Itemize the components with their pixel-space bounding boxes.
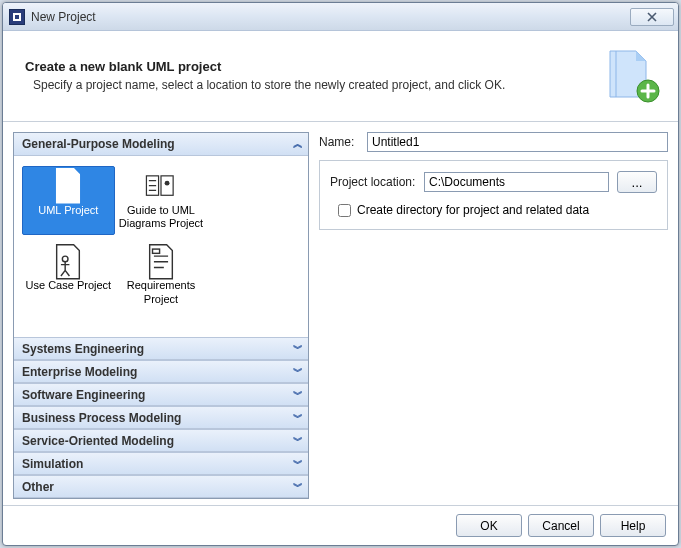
- category-panel: General-Purpose Modeling ︽ UML Project G…: [13, 132, 309, 499]
- project-type-use-case-project[interactable]: Use Case Project: [22, 241, 115, 310]
- chevron-down-icon: ︾: [293, 457, 300, 471]
- category-label: Systems Engineering: [22, 342, 293, 356]
- category-other[interactable]: Other ︾: [14, 475, 308, 498]
- name-input[interactable]: [367, 132, 668, 152]
- dialog-header: Create a new blank UML project Specify a…: [3, 31, 678, 115]
- chevron-down-icon: ︾: [293, 480, 300, 494]
- project-type-label: UML Project: [38, 204, 98, 217]
- cancel-button[interactable]: Cancel: [528, 514, 594, 537]
- category-label: Other: [22, 480, 293, 494]
- category-systems-engineering[interactable]: Systems Engineering ︾: [14, 337, 308, 360]
- project-type-label: Guide to UML Diagrams Project: [118, 204, 205, 230]
- form-panel: Name: Project location: ... Create direc…: [319, 132, 668, 499]
- category-service-oriented-modeling[interactable]: Service-Oriented Modeling ︾: [14, 429, 308, 452]
- dialog-body: General-Purpose Modeling ︽ UML Project G…: [3, 122, 678, 505]
- header-title: Create a new blank UML project: [25, 59, 584, 74]
- name-label: Name:: [319, 135, 359, 149]
- use-case-icon: [51, 246, 85, 276]
- location-input[interactable]: [424, 172, 609, 192]
- dialog-footer: OK Cancel Help: [3, 505, 678, 545]
- document-icon: [51, 171, 85, 201]
- chevron-up-icon: ︽: [293, 137, 300, 151]
- category-label: Business Process Modeling: [22, 411, 293, 425]
- create-directory-row: Create directory for project and related…: [330, 203, 657, 217]
- chevron-down-icon: ︾: [293, 434, 300, 448]
- titlebar: New Project: [3, 3, 678, 31]
- requirements-icon: [144, 246, 178, 276]
- help-button[interactable]: Help: [600, 514, 666, 537]
- header-icon: [596, 41, 664, 109]
- guide-icon: [144, 171, 178, 201]
- project-type-guide-uml-diagrams[interactable]: Guide to UML Diagrams Project: [115, 166, 208, 235]
- location-fieldset: Project location: ... Create directory f…: [319, 160, 668, 230]
- category-label: Software Engineering: [22, 388, 293, 402]
- category-business-process-modeling[interactable]: Business Process Modeling ︾: [14, 406, 308, 429]
- project-type-label: Requirements Project: [118, 279, 205, 305]
- category-label: General-Purpose Modeling: [22, 137, 293, 151]
- chevron-down-icon: ︾: [293, 388, 300, 402]
- project-type-uml-project[interactable]: UML Project: [22, 166, 115, 235]
- create-directory-label: Create directory for project and related…: [357, 203, 589, 217]
- svg-rect-1: [15, 15, 19, 19]
- browse-button[interactable]: ...: [617, 171, 657, 193]
- category-simulation[interactable]: Simulation ︾: [14, 452, 308, 475]
- chevron-down-icon: ︾: [293, 365, 300, 379]
- svg-point-5: [165, 181, 170, 186]
- location-row: Project location: ...: [330, 171, 657, 193]
- category-label: Enterprise Modeling: [22, 365, 293, 379]
- category-enterprise-modeling[interactable]: Enterprise Modeling ︾: [14, 360, 308, 383]
- new-project-dialog: New Project Create a new blank UML proje…: [2, 2, 679, 546]
- category-general-purpose-modeling[interactable]: General-Purpose Modeling ︽: [14, 133, 308, 156]
- location-label: Project location:: [330, 175, 416, 189]
- project-type-requirements-project[interactable]: Requirements Project: [115, 241, 208, 310]
- chevron-down-icon: ︾: [293, 342, 300, 356]
- chevron-down-icon: ︾: [293, 411, 300, 425]
- category-software-engineering[interactable]: Software Engineering ︾: [14, 383, 308, 406]
- category-items: UML Project Guide to UML Diagrams Projec…: [14, 156, 308, 337]
- app-icon: [9, 9, 25, 25]
- category-label: Service-Oriented Modeling: [22, 434, 293, 448]
- category-label: Simulation: [22, 457, 293, 471]
- ok-button[interactable]: OK: [456, 514, 522, 537]
- close-icon: [647, 12, 657, 22]
- window-close-button[interactable]: [630, 8, 674, 26]
- project-type-label: Use Case Project: [26, 279, 112, 292]
- header-text: Create a new blank UML project Specify a…: [17, 59, 584, 92]
- create-directory-checkbox[interactable]: [338, 204, 351, 217]
- window-title: New Project: [31, 10, 624, 24]
- name-row: Name:: [319, 132, 668, 152]
- header-subtitle: Specify a project name, select a locatio…: [33, 78, 584, 92]
